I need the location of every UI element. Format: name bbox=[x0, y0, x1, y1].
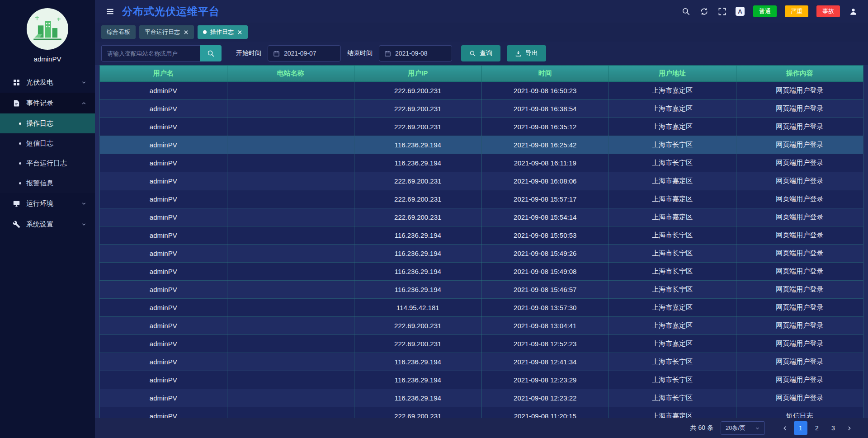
table-row[interactable]: adminPV 222.69.200.231 2021-09-08 16:38:… bbox=[100, 100, 863, 118]
sidebar-subitem-alarm-info[interactable]: 报警信息 bbox=[0, 173, 95, 193]
sidebar-subitem-label: 报警信息 bbox=[26, 179, 53, 188]
cell-operation: 网页端用户登录 bbox=[736, 317, 863, 335]
table-row[interactable]: adminPV 116.236.29.194 2021-09-08 16:11:… bbox=[100, 154, 863, 172]
table-row[interactable]: adminPV 222.69.200.231 2021-09-08 15:57:… bbox=[100, 190, 863, 208]
start-time-label: 开始时间 bbox=[236, 49, 261, 57]
table-row[interactable]: adminPV 222.69.200.231 2021-09-08 16:35:… bbox=[100, 118, 863, 136]
export-button-label: 导出 bbox=[525, 49, 538, 57]
sidebar-item-runtime-env[interactable]: 运行环境 bbox=[0, 193, 95, 214]
export-button[interactable]: 导出 bbox=[507, 45, 546, 61]
cell-user-ip: 116.236.29.194 bbox=[354, 245, 482, 263]
table-row[interactable]: adminPV 116.236.29.194 2021-09-08 15:46:… bbox=[100, 281, 863, 299]
table-row[interactable]: adminPV 222.69.200.231 2021-09-08 13:04:… bbox=[100, 317, 863, 335]
search-button[interactable] bbox=[200, 45, 222, 61]
next-page-button[interactable] bbox=[843, 422, 855, 434]
table-row[interactable]: adminPV 116.236.29.194 2021-09-08 16:25:… bbox=[100, 136, 863, 154]
end-date-value: 2021-09-08 bbox=[395, 50, 428, 57]
language-toggle-button[interactable]: A bbox=[735, 6, 745, 16]
cell-operation: 网页端用户登录 bbox=[736, 245, 863, 263]
sidebar-item-pv-generation[interactable]: 光伏发电 bbox=[0, 72, 95, 93]
cell-time: 2021-09-08 12:23:22 bbox=[481, 389, 609, 407]
cell-user-ip: 222.69.200.231 bbox=[354, 172, 482, 190]
cell-user-ip: 222.69.200.231 bbox=[354, 190, 482, 208]
cell-user-address: 上海市长宁区 bbox=[609, 136, 736, 154]
tab-platform-log[interactable]: 平台运行日志 bbox=[139, 25, 194, 39]
user-menu-button[interactable] bbox=[848, 6, 858, 16]
close-icon[interactable] bbox=[184, 30, 189, 35]
search-icon bbox=[469, 50, 476, 57]
table-row[interactable]: adminPV 222.69.200.231 2021-09-08 15:54:… bbox=[100, 208, 863, 226]
cell-username: adminPV bbox=[100, 100, 227, 118]
cell-user-address: 上海市嘉定区 bbox=[609, 208, 736, 226]
sidebar-item-label: 光伏发电 bbox=[26, 78, 53, 87]
table-row[interactable]: adminPV 222.69.200.231 2021-09-08 12:52:… bbox=[100, 335, 863, 353]
search-toggle-button[interactable] bbox=[681, 6, 691, 16]
table-row[interactable]: adminPV 222.69.200.231 2021-09-08 16:50:… bbox=[100, 82, 863, 100]
start-date-picker[interactable]: 2021-09-07 bbox=[268, 45, 341, 61]
sidebar-item-system-settings[interactable]: 系统设置 bbox=[0, 214, 95, 235]
cell-station-name bbox=[227, 245, 354, 263]
cell-time: 2021-09-08 16:25:42 bbox=[481, 136, 609, 154]
close-icon[interactable] bbox=[237, 30, 242, 35]
cell-user-ip: 222.69.200.231 bbox=[354, 82, 482, 100]
page-button-3[interactable]: 3 bbox=[826, 421, 840, 435]
cell-user-address: 上海市嘉定区 bbox=[609, 299, 736, 317]
chevron-down-icon bbox=[81, 201, 87, 207]
table-row[interactable]: adminPV 116.236.29.194 2021-09-08 15:49:… bbox=[100, 245, 863, 263]
sidebar-username: adminPV bbox=[0, 55, 95, 63]
table-row[interactable]: adminPV 116.236.29.194 2021-09-08 15:50:… bbox=[100, 226, 863, 245]
cell-username: adminPV bbox=[100, 136, 227, 154]
sidebar-menu: 光伏发电 事件记录 操作日志 bbox=[0, 72, 95, 235]
table-row[interactable]: adminPV 222.69.200.231 2021-09-08 11:20:… bbox=[100, 407, 863, 419]
sidebar-subitem-platform-log[interactable]: 平台运行日志 bbox=[0, 153, 95, 173]
refresh-button[interactable] bbox=[699, 6, 709, 16]
table-body: adminPV 222.69.200.231 2021-09-08 16:50:… bbox=[100, 82, 863, 419]
tab-label: 综合看板 bbox=[107, 28, 130, 36]
cell-user-ip: 116.236.29.194 bbox=[354, 281, 482, 299]
table-row[interactable]: adminPV 116.236.29.194 2021-09-08 12:23:… bbox=[100, 389, 863, 407]
solar-city-logo-icon bbox=[26, 7, 69, 51]
table-row[interactable]: adminPV 222.69.200.231 2021-09-08 16:08:… bbox=[100, 172, 863, 190]
document-icon bbox=[13, 99, 20, 107]
table-row[interactable]: adminPV 114.95.42.181 2021-09-08 13:57:3… bbox=[100, 299, 863, 317]
app-logo bbox=[26, 7, 69, 51]
end-date-picker[interactable]: 2021-09-08 bbox=[379, 45, 452, 61]
cell-station-name bbox=[227, 371, 354, 389]
sidebar-subitem-sms-log[interactable]: 短信日志 bbox=[0, 133, 95, 153]
cell-user-ip: 116.236.29.194 bbox=[354, 154, 482, 172]
tab-operation-log[interactable]: 操作日志 bbox=[198, 25, 248, 39]
sidebar-item-label: 运行环境 bbox=[26, 199, 53, 208]
search-icon bbox=[207, 50, 215, 57]
table-row[interactable]: adminPV 116.236.29.194 2021-09-08 12:41:… bbox=[100, 353, 863, 371]
page-size-select[interactable]: 20条/页 bbox=[721, 421, 765, 435]
query-button[interactable]: 查询 bbox=[461, 45, 500, 61]
page-button-2[interactable]: 2 bbox=[810, 421, 824, 435]
page-button-1[interactable]: 1 bbox=[794, 421, 807, 435]
search-input[interactable] bbox=[101, 45, 200, 61]
cell-user-address: 上海市长宁区 bbox=[609, 226, 736, 245]
table-row[interactable]: adminPV 116.236.29.194 2021-09-08 12:23:… bbox=[100, 371, 863, 389]
tab-label: 平台运行日志 bbox=[145, 28, 180, 36]
prev-page-button[interactable] bbox=[778, 422, 791, 434]
column-header-username: 用户名 bbox=[100, 66, 227, 82]
cell-operation: 网页端用户登录 bbox=[736, 136, 863, 154]
column-header-station-name: 电站名称 bbox=[227, 66, 354, 82]
column-header-operation: 操作内容 bbox=[736, 66, 863, 82]
table-row[interactable]: adminPV 116.236.29.194 2021-09-08 15:49:… bbox=[100, 263, 863, 281]
search-group bbox=[101, 45, 222, 61]
fullscreen-button[interactable] bbox=[717, 6, 727, 16]
sidebar-subitem-operation-log[interactable]: 操作日志 bbox=[0, 113, 95, 133]
cell-station-name bbox=[227, 353, 354, 371]
tab-dashboard[interactable]: 综合看板 bbox=[101, 25, 136, 39]
status-badge-normal[interactable]: 普通 bbox=[753, 5, 777, 17]
cell-operation: 网页端用户登录 bbox=[736, 299, 863, 317]
cell-time: 2021-09-08 15:49:26 bbox=[481, 245, 609, 263]
cell-time: 2021-09-08 15:46:57 bbox=[481, 281, 609, 299]
cell-station-name bbox=[227, 136, 354, 154]
cell-station-name bbox=[227, 263, 354, 281]
status-badge-accident[interactable]: 事故 bbox=[816, 5, 840, 17]
sidebar-item-event-records[interactable]: 事件记录 bbox=[0, 93, 95, 113]
menu-toggle-button[interactable] bbox=[105, 6, 115, 16]
cell-station-name bbox=[227, 82, 354, 100]
status-badge-severe[interactable]: 严重 bbox=[785, 5, 808, 17]
